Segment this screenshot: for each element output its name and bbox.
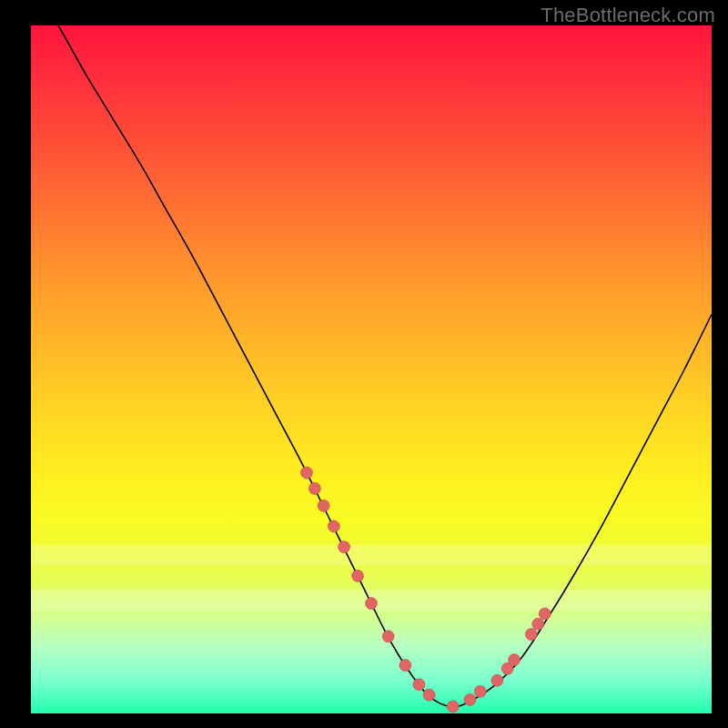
threshold-marker-dot	[532, 618, 544, 630]
threshold-marker-dot	[491, 674, 503, 686]
watermark-text: TheBottleneck.com	[541, 4, 715, 27]
chart-svg	[31, 25, 712, 713]
chart-frame: TheBottleneck.com	[0, 0, 728, 728]
threshold-marker-dot	[447, 701, 459, 713]
threshold-marker-dot	[539, 608, 551, 620]
threshold-marker-dot	[382, 631, 394, 642]
threshold-marker-dot	[474, 685, 486, 697]
plot-area	[31, 25, 712, 713]
threshold-marker-dot	[423, 689, 435, 701]
threshold-marker-dot	[339, 541, 350, 553]
threshold-marker-dot	[308, 482, 320, 494]
threshold-marker-dot	[352, 570, 364, 581]
threshold-markers-group	[300, 467, 551, 713]
threshold-marker-dot	[328, 521, 339, 532]
threshold-marker-dot	[525, 629, 537, 641]
threshold-marker-dot	[318, 500, 329, 511]
threshold-marker-dot	[300, 467, 312, 479]
threshold-marker-dot	[413, 679, 425, 691]
threshold-marker-dot	[399, 660, 411, 672]
threshold-marker-dot	[366, 598, 378, 610]
threshold-marker-dot	[509, 654, 521, 666]
threshold-marker-dot	[464, 693, 476, 705]
